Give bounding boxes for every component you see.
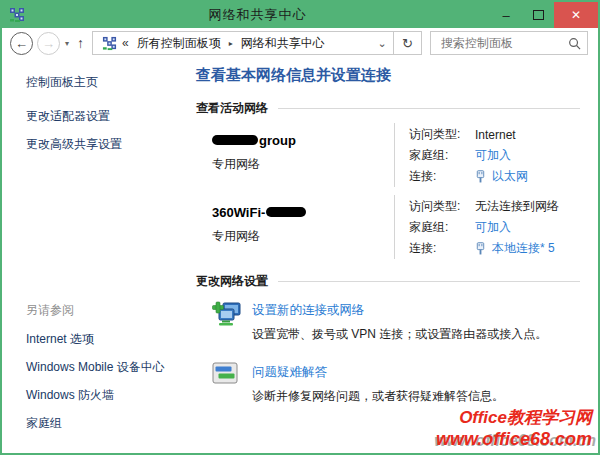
task-description: 诊断并修复网络问题，或者获得疑难解答信息。 — [252, 388, 504, 405]
sidebar-see-also-group: 另请参阅 Internet 选项 Windows Mobile 设备中心 Win… — [26, 302, 186, 443]
network-sharing-center-window: 网络和共享中心 – ✕ ← → ▾ ↑ « 所有控制面板项 — [0, 0, 600, 455]
task-troubleshoot-problems: 问题疑难解答 诊断并修复网络问题，或者获得疑难解答信息。 — [212, 362, 580, 405]
breadcrumb-separator-icon[interactable]: ▸ — [229, 39, 233, 48]
network-type: 专用网络 — [212, 156, 394, 173]
network-name: group — [212, 133, 394, 148]
breadcrumb-overflow-chevrons[interactable]: « — [122, 36, 129, 50]
homegroup-join-link[interactable]: 可加入 — [475, 219, 511, 236]
connections-row: 连接: 以太网 — [409, 166, 580, 187]
ethernet-icon — [475, 242, 486, 255]
task-body: 设置新的连接或网络 设置宽带、拨号或 VPN 连接；或设置路由器或接入点。 — [252, 300, 547, 343]
minimize-button[interactable]: – — [490, 2, 522, 28]
network-details: 访问类型: Internet 家庭组: 可加入 连接: — [394, 123, 580, 187]
connections-label: 连接: — [409, 240, 475, 257]
homegroup-row: 家庭组: 可加入 — [409, 145, 580, 166]
maximize-icon — [533, 10, 544, 20]
access-type-label: 访问类型: — [409, 198, 475, 215]
address-bar[interactable]: « 所有控制面板项 ▸ 网络和共享中心 ⌄ ↻ — [92, 31, 422, 55]
active-networks-section-header: 查看活动网络 — [196, 100, 580, 117]
page-title: 查看基本网络信息并设置连接 — [196, 66, 580, 85]
troubleshoot-problems-link[interactable]: 问题疑难解答 — [252, 364, 327, 381]
troubleshoot-icon — [212, 362, 242, 390]
sidebar-item-homegroup[interactable]: 家庭组 — [26, 415, 186, 432]
sidebar-item-windows-firewall[interactable]: Windows 防火墙 — [26, 387, 186, 404]
network-details: 访问类型: 无法连接到网络 家庭组: 可加入 连接: — [394, 195, 580, 259]
watermark: Office教程学习网 www.office68.com.cn www.offi… — [436, 408, 592, 451]
control-panel-icon — [102, 36, 117, 51]
access-type-label: 访问类型: — [409, 126, 475, 143]
see-also-header: 另请参阅 — [26, 302, 186, 319]
network-item-360wifi: 360WiFi- 专用网络 访问类型: 无法连接到网络 家庭组: 可加入 连接: — [196, 195, 580, 259]
connections-label: 连接: — [409, 168, 475, 185]
search-input[interactable] — [439, 35, 568, 51]
titlebar: 网络和共享中心 – ✕ — [2, 2, 598, 28]
task-setup-new-connection: 设置新的连接或网络 设置宽带、拨号或 VPN 连接；或设置路由器或接入点。 — [212, 300, 580, 343]
task-body: 问题疑难解答 诊断并修复网络问题，或者获得疑难解答信息。 — [252, 362, 504, 405]
forward-icon: → — [42, 36, 55, 51]
network-name: 360WiFi- — [212, 205, 394, 220]
up-button[interactable]: ↑ — [77, 35, 84, 51]
new-connection-icon — [212, 300, 242, 328]
homegroup-label: 家庭组: — [409, 147, 475, 164]
redaction-mark — [266, 207, 306, 217]
homegroup-join-link[interactable]: 可加入 — [475, 147, 511, 164]
connection-local-area-link[interactable]: 本地连接* 5 — [492, 240, 555, 257]
sidebar-item-control-panel-home[interactable]: 控制面板主页 — [26, 74, 186, 91]
sidebar-item-windows-mobile-device-center[interactable]: Windows Mobile 设备中心 — [26, 359, 186, 376]
change-settings-title: 更改网络设置 — [196, 273, 268, 290]
access-type-row: 访问类型: Internet — [409, 124, 580, 145]
connections-row: 连接: 本地连接* 5 — [409, 238, 580, 259]
address-dropdown-icon[interactable]: ⌄ — [371, 37, 393, 50]
access-type-row: 访问类型: 无法连接到网络 — [409, 196, 580, 217]
sidebar-item-change-advanced-sharing[interactable]: 更改高级共享设置 — [26, 136, 186, 153]
network-identity: 360WiFi- 专用网络 — [196, 195, 394, 259]
control-panel-icon — [9, 7, 25, 23]
window-title: 网络和共享中心 — [25, 6, 490, 24]
section-divider — [278, 281, 580, 282]
change-settings-section-header: 更改网络设置 — [196, 273, 580, 290]
task-list: 设置新的连接或网络 设置宽带、拨号或 VPN 连接；或设置路由器或接入点。 问题… — [196, 300, 580, 405]
connection-ethernet-link[interactable]: 以太网 — [492, 168, 528, 185]
back-button[interactable]: ← — [10, 32, 33, 55]
main-content: 查看基本网络信息并设置连接 查看活动网络 group 专用网络 访问类型: In… — [186, 58, 598, 453]
network-identity: group 专用网络 — [196, 123, 394, 187]
window-body: 控制面板主页 更改适配器设置 更改高级共享设置 另请参阅 Internet 选项… — [2, 58, 598, 453]
window-controls: – ✕ — [490, 2, 598, 28]
sidebar-item-change-adapter-settings[interactable]: 更改适配器设置 — [26, 108, 186, 125]
close-button[interactable]: ✕ — [554, 2, 598, 28]
watermark-url: www.office68.com — [436, 429, 592, 449]
active-networks-title: 查看活动网络 — [196, 100, 268, 117]
section-divider — [278, 108, 580, 109]
homegroup-row: 家庭组: 可加入 — [409, 217, 580, 238]
sidebar-item-internet-options[interactable]: Internet 选项 — [26, 331, 186, 348]
forward-button[interactable]: → — [37, 32, 60, 55]
access-type-value: 无法连接到网络 — [475, 198, 559, 215]
search-box — [430, 31, 588, 55]
access-type-value: Internet — [475, 128, 516, 142]
refresh-button[interactable]: ↻ — [393, 32, 421, 54]
search-icon[interactable] — [568, 37, 581, 50]
back-icon: ← — [15, 36, 28, 51]
watermark-site-name: Office教程学习网 — [436, 408, 592, 428]
navigation-toolbar: ← → ▾ ↑ « 所有控制面板项 ▸ 网络和共享中心 ⌄ ↻ — [2, 28, 598, 58]
sidebar: 控制面板主页 更改适配器设置 更改高级共享设置 另请参阅 Internet 选项… — [2, 58, 186, 453]
breadcrumb-network-sharing-center[interactable]: 网络和共享中心 — [239, 35, 327, 52]
network-item-group: group 专用网络 访问类型: Internet 家庭组: 可加入 连接: — [196, 123, 580, 187]
homegroup-label: 家庭组: — [409, 219, 475, 236]
breadcrumb-all-control-panel-items[interactable]: 所有控制面板项 — [135, 35, 223, 52]
redaction-mark — [212, 135, 258, 145]
recent-pages-button[interactable]: ▾ — [65, 39, 69, 48]
setup-new-connection-link[interactable]: 设置新的连接或网络 — [252, 302, 365, 319]
task-description: 设置宽带、拨号或 VPN 连接；或设置路由器或接入点。 — [252, 326, 547, 343]
maximize-button[interactable] — [522, 2, 554, 28]
watermark-url-wrap: www.office68.com.cn www.office68.com — [436, 429, 592, 451]
ethernet-icon — [475, 170, 486, 183]
network-type: 专用网络 — [212, 228, 394, 245]
